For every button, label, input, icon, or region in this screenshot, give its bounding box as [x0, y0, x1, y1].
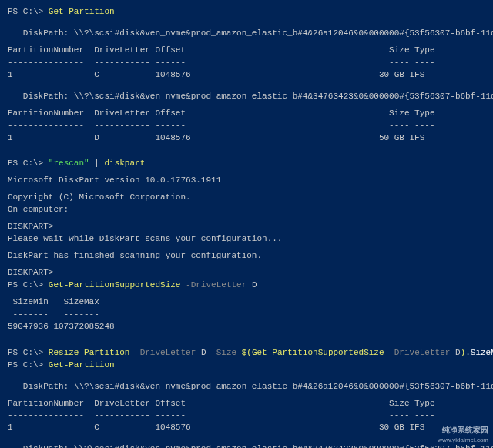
prompt-line-5: PS C:\> Get-Partition: [8, 359, 485, 372]
prompt-line-1: PS C:\> Get-Partition: [8, 6, 485, 18]
partition-header: PartitionNumber DriveLetter Offset Size …: [8, 45, 485, 57]
diskpath-1b: DiskPath: \\?\scsi#disk&ven_nvme&prod_am…: [8, 381, 485, 393]
partition-header: PartitionNumber DriveLetter Offset Size …: [8, 398, 485, 410]
cmd-resize-partition: Resize-Partition: [49, 348, 130, 357]
diskpart-copyright: Copyright (C) Microsoft Corporation.: [8, 192, 485, 204]
prompt-line-3: PS C:\> Get-PartitionSupportedSize -Driv…: [8, 279, 485, 292]
size-sep: ------- -------: [8, 309, 485, 321]
cmd-rescan-string: "rescan": [49, 159, 89, 168]
prompt-line-4: PS C:\> Resize-Partition -DriveLetter D …: [8, 347, 485, 359]
diskpath-1: DiskPath: \\?\scsi#disk&ven_nvme&prod_am…: [8, 28, 485, 40]
size-row: 59047936 107372085248: [8, 321, 485, 333]
partition-row: 1 C 1048576 30 GB IFS: [8, 69, 485, 82]
ps-prompt: PS C:\>: [8, 7, 43, 16]
diskpath-2b: DiskPath: \\?\scsi#disk&ven_nvme&prod_am…: [8, 443, 485, 448]
partition-row: 1 C 1048576 30 GB IFS: [8, 422, 485, 434]
diskpath-2: DiskPath: \\?\scsi#disk&ven_nvme&prod_am…: [8, 91, 485, 103]
cmd-diskpart: diskpart: [104, 159, 145, 168]
partition-sep: --------------- ----------- ------ ---- …: [8, 120, 485, 132]
watermark-url: www.yidaimei.com: [438, 436, 488, 445]
watermark-text: 纯净系统家园: [438, 425, 488, 436]
partition-sep: --------------- ----------- ------ ---- …: [8, 57, 485, 69]
cmd-get-partition-2: Get-Partition: [49, 360, 115, 369]
size-header: SizeMin SizeMax: [8, 296, 485, 309]
diskpart-prompt: DISKPART>: [8, 221, 485, 233]
partition-header: PartitionNumber DriveLetter Offset Size …: [8, 108, 485, 120]
diskpart-prompt: DISKPART>: [8, 267, 485, 279]
diskpart-oncomputer: On computer:: [8, 204, 485, 216]
partition-row: 1 D 1048576 50 GB IFS: [8, 132, 485, 145]
cmd-get-partitionsupportedsize: Get-PartitionSupportedSize: [49, 280, 181, 289]
cmd-get-partition: Get-Partition: [49, 7, 115, 16]
diskpart-scan-wait: Please wait while DiskPart scans your co…: [8, 233, 485, 246]
prompt-line-2: PS C:\> "rescan" | diskpart: [8, 158, 485, 170]
watermark: 纯净系统家园 www.yidaimei.com: [438, 425, 488, 445]
partition-sep: --------------- ----------- ------ ---- …: [8, 410, 485, 422]
diskpart-scan-done: DiskPart has finished scanning your conf…: [8, 250, 485, 262]
diskpart-version: Microsoft DiskPart version 10.0.17763.19…: [8, 175, 485, 187]
